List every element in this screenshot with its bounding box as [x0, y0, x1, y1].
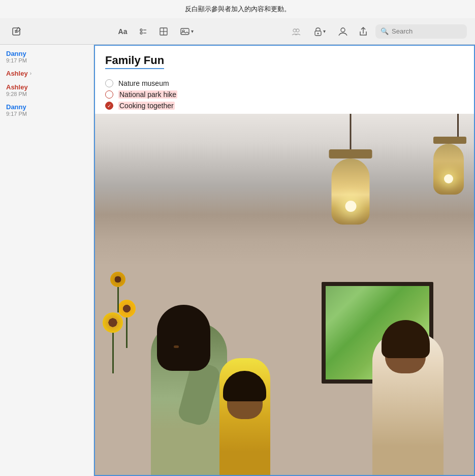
tooltip-text: 反白顯示參與者加入的內容和更動。	[185, 5, 291, 14]
share-button[interactable]	[355, 23, 371, 40]
checklist-label-2: National park hike	[118, 90, 177, 99]
search-box: 🔍	[375, 24, 467, 39]
sidebar-time-danny-1: 9:17 PM	[6, 57, 87, 64]
checklist-label-3: Cooking together	[118, 102, 175, 110]
sidebar-time-ashley: 9:28 PM	[6, 91, 87, 97]
media-dropdown-icon: ▾	[191, 28, 194, 34]
account-button[interactable]	[335, 23, 351, 40]
table-button[interactable]	[155, 23, 172, 40]
svg-rect-10	[181, 28, 189, 35]
sidebar-time-danny-2: 9:17 PM	[6, 111, 87, 117]
lock-button[interactable]: ▾	[308, 23, 331, 40]
svg-point-16	[341, 28, 345, 32]
note-area: Family Fun Nature museum National park h…	[94, 45, 475, 476]
sidebar: Danny 9:17 PM Ashley › Ashley 9:28 PM Da…	[0, 45, 94, 476]
sidebar-name-ashley: Ashley	[6, 83, 87, 91]
svg-point-15	[317, 33, 319, 34]
toolbar: Aa ▾	[0, 18, 475, 45]
format-text-button[interactable]: Aa	[115, 23, 131, 40]
note-header: Family Fun	[95, 46, 474, 75]
media-button[interactable]: ▾	[176, 23, 198, 40]
sidebar-item-ashley-chevron[interactable]: Ashley ›	[0, 67, 93, 80]
photo-placeholder	[95, 114, 474, 475]
svg-point-5	[140, 32, 142, 34]
chevron-right-icon: ›	[30, 71, 31, 76]
checklist-item-3[interactable]: Cooking together	[105, 102, 464, 110]
sidebar-item-ashley[interactable]: Ashley 9:28 PM	[0, 80, 93, 100]
checkbox-3[interactable]	[105, 102, 113, 110]
svg-point-3	[140, 29, 142, 31]
checklist-item-2[interactable]: National park hike	[105, 90, 464, 99]
sidebar-item-danny-2[interactable]: Danny 9:17 PM	[0, 100, 93, 120]
search-icon: 🔍	[381, 27, 389, 35]
sidebar-name-ashley-chevron: Ashley	[6, 70, 28, 77]
checklist-label-1: Nature museum	[118, 79, 169, 87]
checklist-button[interactable]	[135, 23, 151, 40]
svg-point-12	[293, 29, 296, 32]
checkbox-1[interactable]	[105, 79, 113, 87]
main-layout: Danny 9:17 PM Ashley › Ashley 9:28 PM Da…	[0, 45, 475, 476]
checkbox-2[interactable]	[105, 90, 113, 99]
checklist-item-1[interactable]: Nature museum	[105, 79, 464, 87]
format-text-icon: Aa	[118, 27, 128, 36]
collaborate-button[interactable]	[288, 23, 304, 40]
sidebar-name-danny-2: Danny	[6, 103, 87, 111]
new-note-button[interactable]	[8, 23, 24, 40]
note-checklist: Nature museum National park hike Cooking…	[95, 75, 474, 114]
svg-point-13	[296, 29, 299, 32]
sidebar-name-danny-1: Danny	[6, 50, 87, 57]
sidebar-item-danny-1[interactable]: Danny 9:17 PM	[0, 47, 93, 67]
search-input[interactable]	[392, 27, 462, 35]
photo-area	[95, 114, 474, 475]
lock-dropdown-icon: ▾	[323, 28, 326, 34]
tooltip-bar: 反白顯示參與者加入的內容和更動。	[0, 0, 475, 18]
note-title: Family Fun	[105, 54, 164, 69]
